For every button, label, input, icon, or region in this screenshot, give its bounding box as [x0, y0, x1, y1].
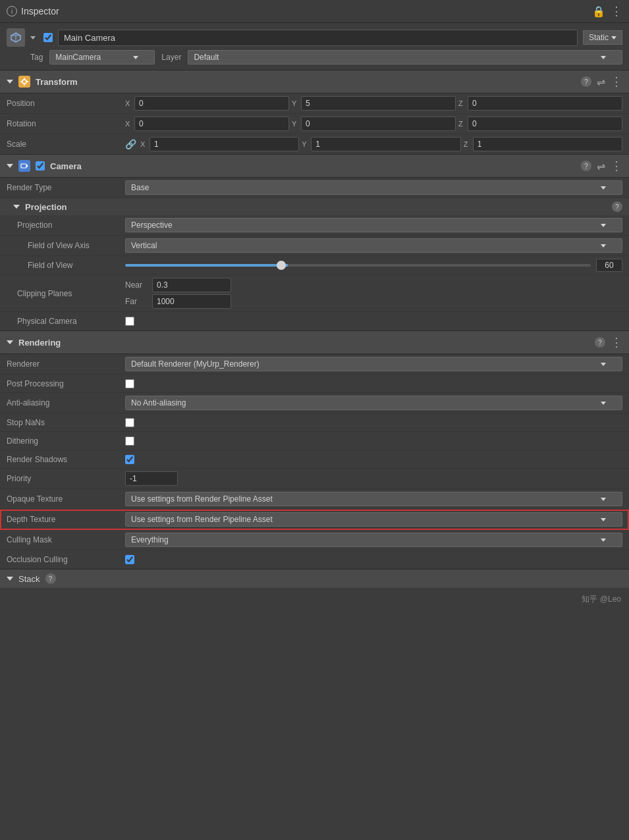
renderer-dropdown[interactable]: Default Renderer (MyUrp_Renderer) [125, 357, 622, 371]
projection-value: Perspective [125, 218, 622, 232]
scale-x-wrapper: X [140, 137, 299, 151]
rotation-row: Rotation X Y Z [0, 114, 629, 134]
fov-row: Field of View [0, 256, 629, 275]
transform-more-icon[interactable]: ⋮ [611, 74, 622, 89]
scale-link-icon[interactable]: 🔗 [125, 139, 136, 149]
scale-label: Scale [7, 140, 125, 149]
inspector-header: i Inspector 🔒 ⋮ [0, 0, 629, 23]
projection-row: Projection Perspective [0, 215, 629, 236]
position-y-label: Y [292, 99, 300, 107]
opaque-texture-chevron [601, 498, 606, 501]
transform-section-header[interactable]: Transform ? ⇌ ⋮ [0, 70, 629, 93]
physical-camera-value [125, 317, 622, 326]
clipping-near-row: Near [125, 278, 622, 292]
inspector-header-icons: 🔒 ⋮ [592, 4, 622, 18]
scale-xyz-group: 🔗 X Y Z [125, 137, 622, 151]
stack-section-header[interactable]: Stack ? [0, 569, 629, 588]
culling-mask-dropdown[interactable]: Everything [125, 533, 622, 547]
scale-y-label: Y [302, 140, 310, 148]
occlusion-culling-label: Occlusion Culling [7, 555, 125, 564]
render-type-dropdown[interactable]: Base [125, 180, 622, 195]
camera-svg-icon [20, 162, 28, 170]
svg-rect-8 [21, 164, 26, 168]
dithering-checkbox[interactable] [125, 436, 134, 446]
rotation-x-input[interactable] [134, 117, 289, 131]
near-input[interactable] [152, 278, 231, 292]
opaque-texture-label: Opaque Texture [7, 494, 125, 504]
rendering-help-icon[interactable]: ? [595, 337, 605, 348]
anti-aliasing-row: Anti-aliasing No Anti-aliasing [0, 393, 629, 413]
gameobject-active-checkbox[interactable] [43, 33, 53, 42]
depth-texture-dropdown[interactable]: Use settings from Render Pipeline Asset [125, 512, 622, 527]
tag-dropdown[interactable]: MainCamera [49, 50, 155, 65]
gameobject-name-input[interactable] [58, 30, 578, 46]
render-type-value: Base [125, 180, 622, 195]
fov-number-input[interactable] [596, 259, 622, 272]
projection-help-icon[interactable]: ? [612, 201, 622, 212]
occlusion-culling-checkbox[interactable] [125, 555, 134, 564]
static-button[interactable]: Static [583, 30, 622, 45]
clipping-wrapper: Near Far [125, 278, 622, 309]
rendering-section-header[interactable]: Rendering ? ⋮ [0, 330, 629, 354]
priority-label: Priority [7, 474, 125, 483]
position-x-input[interactable] [134, 96, 289, 111]
stop-nans-checkbox[interactable] [125, 418, 134, 427]
far-input[interactable] [152, 294, 231, 309]
scale-row: Scale 🔗 X Y Z [0, 134, 629, 154]
rendering-more-icon[interactable]: ⋮ [611, 335, 622, 350]
position-xyz-group: X Y Z [125, 96, 622, 111]
anti-aliasing-dropdown[interactable]: No Anti-aliasing [125, 396, 622, 410]
fov-axis-label: Field of View Axis [7, 241, 125, 250]
stop-nans-value [125, 418, 622, 427]
fov-axis-dropdown[interactable]: Vertical [125, 238, 622, 253]
rotation-z-input[interactable] [468, 117, 622, 131]
post-processing-checkbox[interactable] [125, 379, 134, 388]
rendering-section-icons: ? ⋮ [595, 335, 622, 350]
occlusion-culling-row: Occlusion Culling [0, 550, 629, 569]
scale-z-label: Z [464, 140, 472, 148]
transform-section-icons: ? ⇌ ⋮ [581, 74, 622, 89]
more-options-icon[interactable]: ⋮ [611, 4, 622, 18]
camera-help-icon[interactable]: ? [581, 161, 591, 171]
gameobject-icon [7, 28, 25, 47]
position-row: Position X Y Z [0, 93, 629, 114]
scale-x-label: X [140, 140, 148, 148]
scale-y-input[interactable] [311, 137, 460, 151]
physical-camera-checkbox[interactable] [125, 317, 134, 326]
clipping-planes-value: Near Far [125, 278, 622, 309]
projection-subsection-header[interactable]: Projection ? [0, 198, 629, 215]
lock-icon[interactable]: 🔒 [592, 5, 605, 18]
camera-settings-icon[interactable]: ⇌ [597, 160, 605, 172]
camera-more-icon[interactable]: ⋮ [611, 159, 622, 173]
scale-x-input[interactable] [150, 137, 299, 151]
render-type-row: Render Type Base [0, 178, 629, 198]
camera-section-header[interactable]: Camera ? ⇌ ⋮ [0, 154, 629, 178]
transform-settings-icon[interactable]: ⇌ [597, 76, 605, 88]
culling-mask-label: Culling Mask [7, 535, 125, 544]
rendering-section-title: Rendering [18, 338, 589, 348]
render-shadows-checkbox[interactable] [125, 455, 134, 464]
transform-collapse-arrow [7, 80, 13, 84]
fov-slider[interactable] [125, 264, 591, 267]
scale-z-input[interactable] [473, 137, 622, 151]
depth-texture-value: Use settings from Render Pipeline Asset [125, 512, 622, 527]
camera-active-checkbox[interactable] [36, 161, 45, 171]
projection-dropdown[interactable]: Perspective [125, 218, 622, 232]
rendering-section-content: Renderer Default Renderer (MyUrp_Rendere… [0, 354, 629, 569]
camera-collapse-arrow [7, 164, 13, 168]
rotation-y-input[interactable] [301, 117, 456, 131]
stack-help-icon[interactable]: ? [45, 573, 56, 584]
watermark: 知乎 @Leo [582, 594, 621, 605]
opaque-texture-dropdown[interactable]: Use settings from Render Pipeline Asset [125, 492, 622, 506]
priority-value [125, 471, 622, 486]
position-z-input[interactable] [468, 96, 622, 111]
renderer-chevron [601, 363, 606, 366]
go-expand-arrow[interactable] [30, 36, 36, 39]
layer-dropdown[interactable]: Default [188, 50, 622, 65]
priority-input[interactable] [125, 471, 178, 486]
post-processing-label: Post Processing [7, 379, 125, 388]
transform-help-icon[interactable]: ? [581, 76, 591, 87]
fov-axis-selected: Vertical [131, 241, 157, 250]
position-y-input[interactable] [301, 96, 456, 111]
stack-collapse-arrow [7, 577, 13, 581]
